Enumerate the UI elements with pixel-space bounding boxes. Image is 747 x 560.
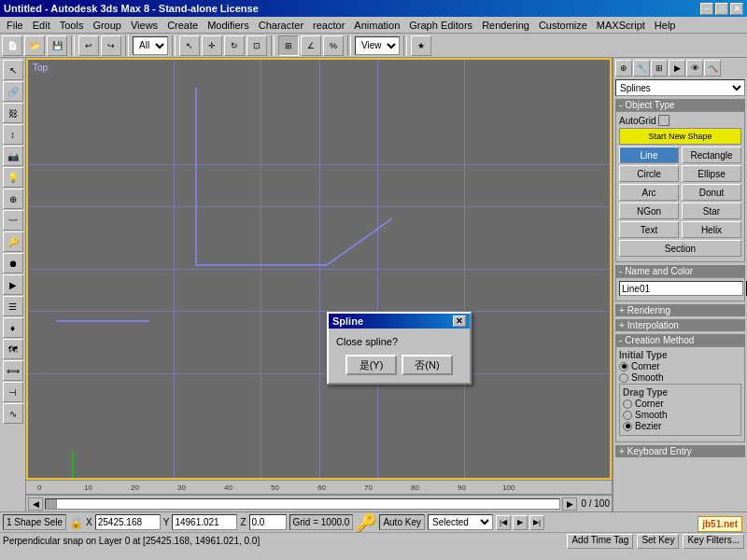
arc-btn[interactable]: Arc bbox=[619, 184, 679, 201]
start-new-shape-btn[interactable]: Start New Shape bbox=[619, 128, 741, 145]
section-btn[interactable]: Section bbox=[619, 240, 741, 257]
left-bind-btn[interactable]: ↕ bbox=[3, 124, 23, 145]
toolbar-new[interactable]: 📄 bbox=[2, 35, 22, 56]
menu-create[interactable]: Create bbox=[162, 19, 203, 32]
left-light-btn[interactable]: 💡 bbox=[3, 167, 23, 188]
toolbar-move[interactable]: ✛ bbox=[202, 35, 222, 56]
menu-rendering[interactable]: Rendering bbox=[477, 19, 534, 32]
panel-utilities-icon[interactable]: 🔨 bbox=[704, 60, 721, 77]
toolbar: 📄 📂 💾 ↩ ↪ All ↖ ✛ ↻ ⊡ ⊞ ∠ % View ★ bbox=[0, 34, 747, 58]
left-unlink-btn[interactable]: ⛓ bbox=[3, 103, 23, 123]
toolbar-filter-dropdown[interactable]: All bbox=[133, 36, 168, 55]
toolbar-undo[interactable]: ↩ bbox=[78, 35, 99, 56]
left-select-btn[interactable]: ↖ bbox=[3, 60, 23, 80]
title-bar: Untitled - Autodesk 3ds Max 8 - Stand-al… bbox=[0, 0, 747, 17]
drag-smooth-radio[interactable] bbox=[623, 411, 632, 420]
left-schematic-btn[interactable]: ☰ bbox=[3, 296, 23, 316]
autogrid-checkbox[interactable] bbox=[658, 115, 669, 126]
minimize-button[interactable]: ─ bbox=[700, 3, 713, 15]
toolbar-redo[interactable]: ↪ bbox=[101, 35, 121, 56]
menu-maxscript[interactable]: MAXScript bbox=[592, 19, 650, 32]
panel-modify-icon[interactable]: 🔧 bbox=[633, 60, 650, 77]
smooth-radio[interactable] bbox=[619, 373, 628, 383]
circle-btn[interactable]: Circle bbox=[619, 165, 679, 182]
set-key-btn[interactable]: Set Key bbox=[637, 534, 679, 549]
play-btn[interactable]: ▶ bbox=[513, 515, 528, 530]
maximize-button[interactable]: □ bbox=[715, 3, 728, 15]
drag-smooth-row: Smooth bbox=[623, 410, 738, 420]
menu-edit[interactable]: Edit bbox=[28, 19, 55, 32]
drag-corner-radio[interactable] bbox=[623, 399, 632, 409]
left-set-key-btn[interactable]: 🔑 bbox=[3, 231, 23, 252]
close-button[interactable]: ✕ bbox=[730, 3, 743, 15]
dialog-no-button[interactable]: 否(N) bbox=[402, 355, 453, 375]
toolbar-snap[interactable]: ⊞ bbox=[278, 35, 299, 56]
panel-hierarchy-icon[interactable]: ⊞ bbox=[651, 60, 668, 77]
selected-dropdown[interactable]: Selected bbox=[428, 514, 493, 530]
star-btn[interactable]: Star bbox=[682, 203, 741, 219]
left-curve-editor-btn[interactable]: ∿ bbox=[3, 403, 23, 424]
menu-modifiers[interactable]: Modifiers bbox=[203, 19, 254, 32]
menu-customize[interactable]: Customize bbox=[534, 19, 592, 32]
menu-character[interactable]: Character bbox=[254, 19, 308, 32]
left-camera-btn[interactable]: 📷 bbox=[3, 146, 23, 166]
drag-type-label: Drag Type bbox=[623, 387, 738, 398]
panel-motion-icon[interactable]: ▶ bbox=[669, 60, 685, 77]
panel-create-icon[interactable]: ⊕ bbox=[615, 60, 632, 77]
drag-corner-label: Corner bbox=[635, 399, 664, 409]
dialog-close-button[interactable]: ✕ bbox=[453, 315, 466, 327]
line-btn[interactable]: Line bbox=[619, 147, 679, 163]
menu-reactor[interactable]: reactor bbox=[308, 19, 349, 32]
timeline-left-btn[interactable]: ◀ bbox=[28, 497, 43, 511]
corner-radio[interactable] bbox=[619, 362, 628, 371]
z-input[interactable] bbox=[249, 514, 287, 530]
left-auto-key-btn[interactable]: ⏺ bbox=[3, 253, 23, 273]
menu-group[interactable]: Group bbox=[88, 19, 126, 32]
menu-views[interactable]: Views bbox=[126, 19, 162, 32]
ngon-btn[interactable]: NGon bbox=[619, 203, 679, 219]
helix-btn[interactable]: Helix bbox=[682, 221, 741, 238]
menu-help[interactable]: Help bbox=[650, 19, 681, 32]
text-btn[interactable]: Text bbox=[619, 221, 679, 238]
dialog-yes-button[interactable]: 是(Y) bbox=[345, 355, 397, 375]
toolbar-view-dropdown[interactable]: View bbox=[355, 36, 400, 55]
left-mirror-btn[interactable]: ⟺ bbox=[3, 360, 23, 381]
name-color-label: Name and Color bbox=[625, 266, 693, 276]
toolbar-select[interactable]: ↖ bbox=[179, 35, 200, 56]
timeline-right-btn[interactable]: ▶ bbox=[562, 497, 577, 511]
add-time-tag-btn[interactable]: Add Time Tag bbox=[567, 534, 633, 549]
prev-frame-btn[interactable]: |◀ bbox=[496, 515, 511, 530]
menu-tools[interactable]: Tools bbox=[55, 19, 89, 32]
left-align-btn[interactable]: ⊣ bbox=[3, 382, 23, 402]
left-material-btn[interactable]: ♦ bbox=[3, 317, 23, 338]
toolbar-angle-snap[interactable]: ∠ bbox=[301, 35, 321, 56]
y-input[interactable] bbox=[172, 514, 237, 530]
menu-animation[interactable]: Animation bbox=[349, 19, 404, 32]
rectangle-btn[interactable]: Rectangle bbox=[682, 147, 741, 163]
toolbar-save[interactable]: 💾 bbox=[47, 35, 67, 56]
menu-graph-editors[interactable]: Graph Editors bbox=[404, 19, 477, 32]
key-filters-btn[interactable]: Key Filters... bbox=[683, 534, 744, 549]
toolbar-rotate[interactable]: ↻ bbox=[224, 35, 245, 56]
left-link-btn[interactable]: 🔗 bbox=[3, 81, 23, 102]
left-play-btn[interactable]: ▶ bbox=[3, 274, 23, 295]
timeline-track[interactable] bbox=[45, 498, 560, 510]
donut-btn[interactable]: Donut bbox=[682, 184, 741, 201]
toolbar-open[interactable]: 📂 bbox=[24, 35, 45, 56]
toolbar-named-sel[interactable]: ★ bbox=[411, 35, 431, 56]
panel-splines-dropdown[interactable]: Splines bbox=[615, 79, 745, 96]
ellipse-btn[interactable]: Ellipse bbox=[682, 165, 741, 182]
x-input[interactable] bbox=[95, 514, 161, 530]
toolbar-scale[interactable]: ⊡ bbox=[247, 35, 267, 56]
left-space-warp-btn[interactable]: 〰 bbox=[3, 210, 23, 231]
drag-bezier-radio[interactable] bbox=[623, 422, 632, 431]
left-map-btn[interactable]: 🗺 bbox=[3, 339, 23, 359]
name-input[interactable] bbox=[619, 281, 743, 296]
viewport[interactable]: Top bbox=[26, 58, 612, 480]
toolbar-percent-snap[interactable]: % bbox=[323, 35, 344, 56]
panel-display-icon[interactable]: 👁 bbox=[686, 60, 703, 77]
menu-file[interactable]: File bbox=[2, 19, 28, 32]
timeline-thumb[interactable] bbox=[46, 499, 57, 509]
left-helper-btn[interactable]: ⊕ bbox=[3, 189, 23, 209]
next-frame-btn[interactable]: ▶| bbox=[529, 515, 544, 530]
